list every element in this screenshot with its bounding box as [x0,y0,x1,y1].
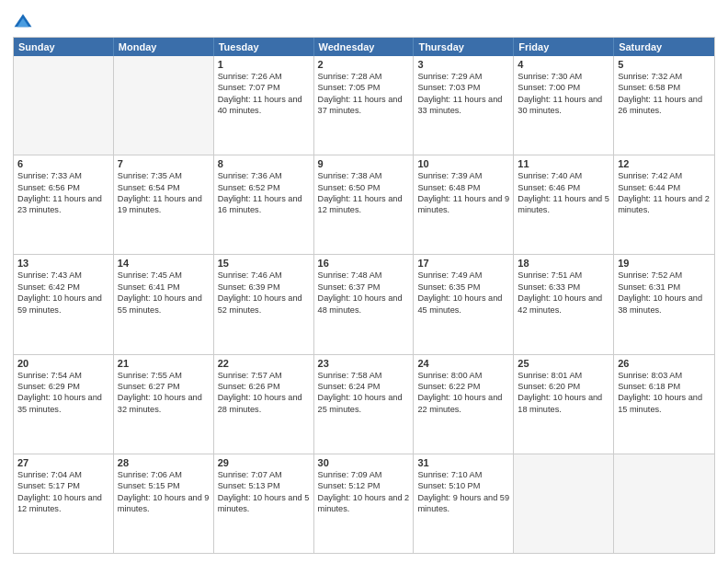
day-number: 30 [318,457,410,468]
cell-text: Sunrise: 7:46 AMSunset: 6:39 PMDaylight:… [218,270,310,316]
day-number: 25 [518,358,609,369]
calendar-cell: 4Sunrise: 7:30 AMSunset: 7:00 PMDaylight… [514,56,614,155]
cell-line: Sunset: 5:15 PM [118,481,180,490]
cell-text: Sunrise: 7:51 AMSunset: 6:33 PMDaylight:… [518,270,609,316]
calendar-cell: 31Sunrise: 7:10 AMSunset: 5:10 PMDayligh… [414,454,514,553]
cell-line: Sunset: 6:46 PM [518,183,580,192]
cell-text: Sunrise: 7:36 AMSunset: 6:52 PMDaylight:… [218,170,310,216]
cell-text: Sunrise: 7:39 AMSunset: 6:48 PMDaylight:… [417,170,509,216]
cell-line: Sunrise: 7:36 AM [218,171,282,180]
cell-line: Sunset: 6:44 PM [618,183,680,192]
cell-line: Sunrise: 7:42 AM [618,171,682,180]
day-number: 21 [118,358,210,369]
day-number: 22 [218,358,310,369]
weekday-header: Monday [114,38,214,56]
cell-text: Sunrise: 7:49 AMSunset: 6:35 PMDaylight:… [417,270,509,316]
logo [13,11,37,31]
day-number: 8 [218,158,310,169]
cell-line: Daylight: 10 hours and 18 minutes. [518,393,602,413]
page: SundayMondayTuesdayWednesdayThursdayFrid… [0,0,728,563]
cell-line: Sunset: 6:58 PM [618,83,680,92]
calendar-cell: 23Sunrise: 7:58 AMSunset: 6:24 PMDayligh… [314,355,415,454]
cell-text: Sunrise: 8:01 AMSunset: 6:20 PMDaylight:… [518,370,609,416]
cell-line: Daylight: 11 hours and 5 minutes. [518,194,609,214]
calendar: SundayMondayTuesdayWednesdayThursdayFrid… [13,37,715,554]
cell-line: Sunrise: 7:49 AM [417,270,482,280]
cell-line: Sunset: 6:50 PM [318,183,381,192]
cell-text: Sunrise: 7:35 AMSunset: 6:54 PMDaylight:… [118,170,210,216]
cell-line: Sunset: 6:39 PM [218,282,280,292]
cell-text: Sunrise: 8:03 AMSunset: 6:18 PMDaylight:… [618,370,711,416]
cell-line: Daylight: 10 hours and 45 minutes. [417,293,502,314]
cell-line: Sunset: 6:42 PM [17,282,80,292]
calendar-cell: 5Sunrise: 7:32 AMSunset: 6:58 PMDaylight… [614,56,714,155]
calendar-cell: 20Sunrise: 7:54 AMSunset: 6:29 PMDayligh… [14,355,114,454]
day-number: 9 [318,158,410,169]
cell-text: Sunrise: 7:40 AMSunset: 6:46 PMDaylight:… [518,170,609,216]
calendar-row: 6Sunrise: 7:33 AMSunset: 6:56 PMDaylight… [14,155,714,254]
cell-text: Sunrise: 7:38 AMSunset: 6:50 PMDaylight:… [318,170,410,216]
cell-text: Sunrise: 7:42 AMSunset: 6:44 PMDaylight:… [618,170,711,216]
cell-line: Daylight: 11 hours and 23 minutes. [17,194,102,214]
calendar-cell [614,454,714,553]
cell-line: Sunset: 6:54 PM [118,183,180,192]
cell-line: Daylight: 11 hours and 9 minutes. [417,194,509,214]
cell-line: Sunrise: 7:30 AM [518,72,582,81]
cell-line: Daylight: 10 hours and 48 minutes. [318,293,403,314]
cell-line: Sunset: 6:35 PM [417,282,480,292]
cell-line: Sunrise: 7:07 AM [218,470,282,479]
cell-line: Daylight: 10 hours and 15 minutes. [618,393,702,413]
day-number: 28 [118,457,210,468]
cell-line: Sunrise: 7:04 AM [17,470,82,479]
cell-line: Sunset: 6:24 PM [318,382,381,391]
cell-text: Sunrise: 7:09 AMSunset: 5:12 PMDaylight:… [318,469,410,515]
day-number: 20 [17,358,109,369]
cell-line: Sunset: 7:03 PM [417,83,480,92]
cell-text: Sunrise: 7:58 AMSunset: 6:24 PMDaylight:… [318,370,410,416]
calendar-cell: 15Sunrise: 7:46 AMSunset: 6:39 PMDayligh… [214,255,314,353]
cell-line: Daylight: 11 hours and 40 minutes. [218,95,302,115]
cell-line: Sunset: 6:18 PM [618,382,680,391]
cell-line: Sunset: 5:12 PM [318,481,381,490]
cell-line: Daylight: 11 hours and 30 minutes. [518,95,602,115]
cell-line: Sunset: 6:29 PM [17,382,80,391]
cell-line: Sunset: 7:00 PM [518,83,580,92]
cell-line: Daylight: 10 hours and 9 minutes. [118,493,210,513]
calendar-cell: 1Sunrise: 7:26 AMSunset: 7:07 PMDaylight… [214,56,314,155]
cell-line: Sunrise: 7:32 AM [618,72,682,81]
cell-line: Sunrise: 7:55 AM [118,371,182,380]
calendar-cell: 27Sunrise: 7:04 AMSunset: 5:17 PMDayligh… [14,454,114,553]
cell-line: Daylight: 10 hours and 25 minutes. [318,393,403,413]
calendar-cell: 7Sunrise: 7:35 AMSunset: 6:54 PMDaylight… [114,155,214,254]
cell-text: Sunrise: 7:30 AMSunset: 7:00 PMDaylight:… [518,71,609,117]
cell-text: Sunrise: 7:43 AMSunset: 6:42 PMDaylight:… [17,270,109,316]
calendar-cell: 3Sunrise: 7:29 AMSunset: 7:03 PMDaylight… [414,56,514,155]
calendar-cell: 16Sunrise: 7:48 AMSunset: 6:37 PMDayligh… [314,255,415,353]
cell-text: Sunrise: 7:32 AMSunset: 6:58 PMDaylight:… [618,71,711,117]
calendar-body: 1Sunrise: 7:26 AMSunset: 7:07 PMDaylight… [14,56,714,553]
cell-line: Sunrise: 7:48 AM [318,270,382,280]
cell-line: Sunset: 6:48 PM [417,183,480,192]
day-number: 4 [518,59,609,70]
cell-text: Sunrise: 8:00 AMSunset: 6:22 PMDaylight:… [417,370,509,416]
weekday-header: Sunday [14,38,114,56]
logo-icon [13,11,33,31]
cell-line: Daylight: 10 hours and 22 minutes. [417,393,502,413]
day-number: 13 [17,258,109,269]
cell-line: Sunset: 6:27 PM [118,382,180,391]
cell-line: Sunrise: 7:43 AM [17,270,82,280]
weekday-header: Wednesday [314,38,415,56]
cell-line: Sunrise: 7:29 AM [417,72,482,81]
calendar-cell: 6Sunrise: 7:33 AMSunset: 6:56 PMDaylight… [14,155,114,254]
day-number: 10 [417,158,509,169]
weekday-header: Thursday [414,38,514,56]
cell-line: Sunset: 7:07 PM [218,83,280,92]
calendar-cell: 13Sunrise: 7:43 AMSunset: 6:42 PMDayligh… [14,255,114,353]
calendar-row: 1Sunrise: 7:26 AMSunset: 7:07 PMDaylight… [14,56,714,155]
cell-line: Sunset: 6:41 PM [118,282,180,292]
calendar-cell: 17Sunrise: 7:49 AMSunset: 6:35 PMDayligh… [414,255,514,353]
weekday-header: Tuesday [214,38,314,56]
cell-line: Daylight: 10 hours and 28 minutes. [218,393,302,413]
day-number: 14 [118,258,210,269]
cell-line: Daylight: 9 hours and 59 minutes. [417,493,509,513]
